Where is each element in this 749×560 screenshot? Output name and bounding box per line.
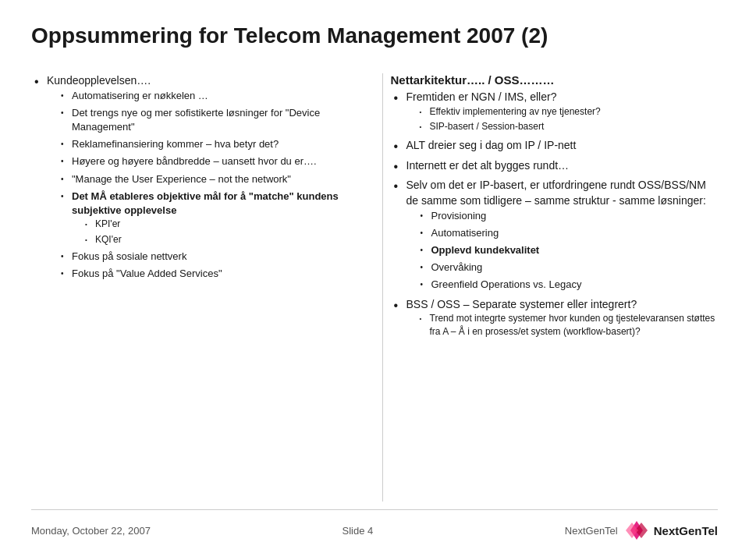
right-column: Nettarkitektur….. / OSS……… Fremtiden er … — [382, 73, 719, 502]
list-item: Overvåking — [417, 261, 719, 275]
list-item: Automatisering — [417, 226, 719, 240]
list-item: Greenfield Operations vs. Legacy — [417, 278, 719, 292]
footer: Monday, October 22, 2007 Slide 4 NextGen… — [31, 509, 718, 544]
list-item: KQI'er — [83, 233, 359, 246]
list-item: ALT dreier seg i dag om IP / IP-nett — [391, 138, 719, 154]
list-item: Fokus på "Value Added Services" — [58, 267, 359, 281]
list-item: "Manage the User Experience – not the ne… — [58, 172, 359, 186]
slide-title: Oppsummering for Telecom Management 2007… — [31, 23, 718, 55]
left-bullet-list: Kundeopplevelsen…. Automatisering er nøk… — [31, 73, 359, 281]
list-item: Internett er det alt bygges rundt… — [391, 158, 719, 174]
nextgentel-brand-text: NextGenTel — [654, 524, 718, 537]
list-item: Provisioning — [417, 209, 719, 223]
list-item: Opplevd kundekvalitet — [417, 243, 719, 257]
list-item: Det MÅ etableres objektive mål for å "ma… — [58, 190, 359, 246]
list-item: Kundeopplevelsen…. Automatisering er nøk… — [31, 73, 359, 281]
list-item: Effektiv implementering av nye tjenester… — [417, 105, 719, 119]
content-area: Kundeopplevelsen…. Automatisering er nøk… — [31, 73, 718, 502]
list-item: Reklamefinansiering kommer – hva betyr d… — [58, 137, 359, 151]
list-item: Fokus på sosiale nettverk — [58, 250, 359, 264]
list-item: Fremtiden er NGN / IMS, eller? Effektiv … — [391, 90, 719, 133]
list-item: Høyere og høyere båndbredde – uansett hv… — [58, 154, 359, 168]
right-bullet-list: Fremtiden er NGN / IMS, eller? Effektiv … — [391, 90, 719, 338]
nextgentel-icon — [623, 516, 651, 544]
right-column-header: Nettarkitektur….. / OSS……… — [391, 73, 719, 87]
slide: Oppsummering for Telecom Management 2007… — [0, 0, 749, 560]
list-item: Trend mot integrte systemer hvor kunden … — [417, 312, 719, 338]
footer-date: Monday, October 22, 2007 — [31, 525, 151, 537]
footer-nextgentel-text: NextGenTel — [565, 525, 618, 537]
list-item: BSS / OSS – Separate systemer eller inte… — [391, 297, 719, 338]
list-item: KPI'er — [83, 218, 359, 231]
list-item: Automatisering er nøkkelen … — [58, 89, 359, 103]
left-column: Kundeopplevelsen…. Automatisering er nøk… — [31, 73, 367, 502]
nextgentel-logo: NextGenTel — [623, 516, 718, 544]
footer-slide-number: Slide 4 — [343, 525, 374, 537]
list-item: Selv om det er IP-basert, er utfordringe… — [391, 178, 719, 292]
list-item: SIP-basert / Session-basert — [417, 120, 719, 133]
footer-logo-area: NextGenTel NextGenTel — [565, 516, 718, 544]
list-item: Det trengs nye og mer sofistikerte løsni… — [58, 106, 359, 134]
